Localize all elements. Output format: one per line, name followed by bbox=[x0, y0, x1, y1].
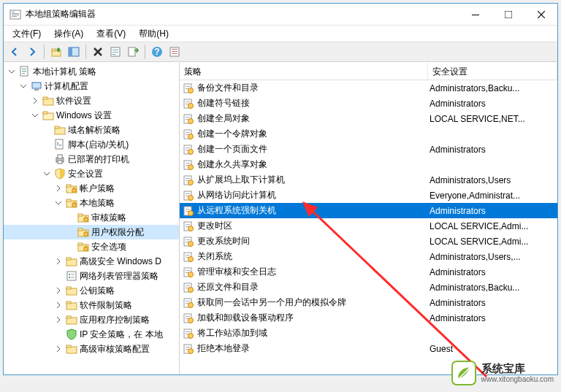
policy-row[interactable]: 创建符号链接Administrators bbox=[180, 96, 557, 111]
minimize-button[interactable] bbox=[459, 4, 492, 25]
tree-app-control[interactable]: 应用程序控制策略 bbox=[4, 312, 179, 327]
node-icon bbox=[77, 226, 89, 238]
node-label: 网络列表管理器策略 bbox=[80, 270, 159, 283]
policy-setting: Administrators,Users,... bbox=[430, 252, 557, 262]
svg-rect-105 bbox=[186, 224, 190, 225]
policy-row[interactable]: 从扩展坞上取下计算机Administrators,Users bbox=[180, 172, 557, 188]
expand-toggle[interactable] bbox=[53, 300, 64, 310]
tree-scripts[interactable]: 脚本(启动/关机) bbox=[4, 137, 179, 152]
tree-local-policies[interactable]: 本地策略 bbox=[4, 196, 179, 210]
expand-toggle[interactable] bbox=[30, 110, 40, 120]
policy-row[interactable]: 将工作站添加到域 bbox=[180, 326, 557, 341]
policy-row[interactable]: 从远程系统强制关机Administrators bbox=[180, 203, 557, 218]
list-body[interactable]: 备份文件和目录Administrators,Backu...创建符号链接Admi… bbox=[180, 80, 557, 374]
policy-row[interactable]: 从网络访问此计算机Everyone,Administrat... bbox=[180, 188, 557, 203]
watermark-url: www.xitongbaoku.com bbox=[481, 375, 554, 384]
expand-toggle[interactable] bbox=[42, 169, 52, 179]
show-hide-tree-button[interactable] bbox=[66, 44, 82, 60]
back-button[interactable] bbox=[7, 44, 23, 60]
expand-toggle bbox=[53, 271, 64, 281]
column-security-setting[interactable]: 安全设置 bbox=[428, 63, 557, 80]
tree-windows-settings[interactable]: Windows 设置 bbox=[4, 108, 179, 123]
tree-advanced-audit[interactable]: 高级审核策略配置 bbox=[4, 342, 179, 356]
tree-security-settings[interactable]: 安全设置 bbox=[4, 166, 179, 181]
expand-toggle[interactable] bbox=[53, 256, 64, 266]
menubar: 文件(F) 操作(A) 查看(V) 帮助(H) bbox=[4, 26, 557, 42]
delete-button[interactable] bbox=[90, 44, 106, 60]
up-button[interactable] bbox=[48, 44, 64, 60]
policy-row[interactable]: 获取同一会话中另一个用户的模拟令牌Administrators bbox=[180, 295, 557, 310]
node-icon bbox=[66, 255, 77, 267]
policy-row[interactable]: 更改系统时间LOCAL SERVICE,Admi... bbox=[180, 234, 557, 249]
policy-row[interactable]: 管理审核和安全日志Administrators bbox=[180, 264, 557, 280]
content-area: 本地计算机 策略计算机配置软件设置Windows 设置域名解析策略脚本(启动/关… bbox=[4, 62, 557, 374]
menu-view[interactable]: 查看(V) bbox=[91, 26, 131, 42]
expand-toggle[interactable] bbox=[53, 198, 64, 208]
column-policy[interactable]: 策略 bbox=[180, 63, 428, 80]
policy-row[interactable]: 加载和卸载设备驱动程序Administrators bbox=[180, 310, 557, 326]
menu-file[interactable]: 文件(F) bbox=[7, 26, 47, 42]
expand-toggle bbox=[65, 227, 75, 237]
export-button[interactable] bbox=[125, 44, 141, 60]
tree-advanced-windows[interactable]: 高级安全 Windows D bbox=[4, 254, 179, 269]
node-icon bbox=[54, 139, 66, 150]
node-icon bbox=[54, 168, 66, 180]
policy-row[interactable]: 还原文件和目录Administrators,Backu... bbox=[180, 280, 557, 295]
policy-row[interactable]: 更改时区LOCAL SERVICE,Admi... bbox=[180, 218, 557, 234]
expand-toggle[interactable] bbox=[30, 96, 40, 106]
expand-toggle[interactable] bbox=[7, 66, 17, 77]
forward-button[interactable] bbox=[24, 44, 40, 60]
tree-software-restriction[interactable]: 软件限制策略 bbox=[4, 298, 179, 312]
policy-name: 备份文件和目录 bbox=[197, 82, 430, 94]
tree-account-policies[interactable]: 帐户策略 bbox=[4, 181, 179, 196]
node-icon bbox=[66, 328, 77, 340]
properties-button[interactable] bbox=[107, 44, 123, 60]
policy-row[interactable]: 创建一个页面文件Administrators bbox=[180, 142, 557, 157]
expand-toggle[interactable] bbox=[53, 183, 64, 193]
svg-rect-109 bbox=[186, 239, 190, 240]
tree-network-list[interactable]: 网络列表管理器策略 bbox=[4, 269, 179, 283]
policy-row[interactable]: 拒绝本地登录Guest bbox=[180, 341, 557, 356]
expand-toggle[interactable] bbox=[53, 344, 64, 354]
node-label: 已部署的打印机 bbox=[68, 153, 129, 166]
policy-icon bbox=[183, 328, 194, 339]
node-icon bbox=[66, 270, 77, 282]
tree-software-settings[interactable]: 软件设置 bbox=[4, 93, 179, 108]
tree-pane[interactable]: 本地计算机 策略计算机配置软件设置Windows 设置域名解析策略脚本(启动/关… bbox=[4, 63, 180, 374]
svg-rect-59 bbox=[71, 277, 75, 278]
tree-root[interactable]: 本地计算机 策略 bbox=[4, 64, 179, 79]
svg-rect-113 bbox=[186, 255, 190, 255]
menu-help[interactable]: 帮助(H) bbox=[133, 26, 175, 42]
policy-row[interactable]: 创建一个令牌对象 bbox=[180, 126, 557, 142]
tree-public-key[interactable]: 公钥策略 bbox=[4, 283, 179, 298]
refresh-button[interactable] bbox=[167, 44, 183, 60]
expand-toggle[interactable] bbox=[53, 285, 64, 296]
svg-rect-23 bbox=[22, 69, 26, 69]
maximize-button[interactable] bbox=[492, 4, 524, 25]
watermark: 系统宝库 www.xitongbaoku.com bbox=[451, 360, 554, 386]
svg-rect-57 bbox=[71, 274, 75, 275]
menu-action[interactable]: 操作(A) bbox=[48, 26, 89, 42]
tree-security-options[interactable]: 安全选项 bbox=[4, 239, 179, 254]
expand-toggle[interactable] bbox=[18, 81, 28, 91]
tree-name-resolution[interactable]: 域名解析策略 bbox=[4, 123, 179, 137]
policy-row[interactable]: 关闭系统Administrators,Users,... bbox=[180, 249, 557, 264]
tree-ip-security[interactable]: IP 安全策略，在 本地 bbox=[4, 327, 179, 342]
tree-deployed-printers[interactable]: 已部署的打印机 bbox=[4, 152, 179, 166]
policy-row[interactable]: 创建全局对象LOCAL SERVICE,NET... bbox=[180, 111, 557, 126]
policy-row[interactable]: 备份文件和目录Administrators,Backu... bbox=[180, 80, 557, 96]
tree-audit-policy[interactable]: 审核策略 bbox=[4, 210, 179, 225]
close-button[interactable] bbox=[524, 4, 557, 25]
expand-toggle[interactable] bbox=[53, 315, 64, 325]
node-label: 软件限制策略 bbox=[80, 299, 132, 312]
tree-user-rights[interactable]: 用户权限分配 bbox=[4, 225, 179, 239]
tree-computer-config[interactable]: 计算机配置 bbox=[4, 79, 179, 93]
policy-row[interactable]: 创建永久共享对象 bbox=[180, 157, 557, 172]
policy-icon bbox=[183, 159, 194, 171]
svg-point-123 bbox=[188, 287, 194, 292]
svg-rect-12 bbox=[112, 50, 118, 50]
policy-setting: Administrators bbox=[430, 298, 557, 308]
help-button[interactable]: ? bbox=[149, 44, 165, 60]
expand-toggle bbox=[65, 212, 75, 223]
svg-point-79 bbox=[188, 118, 194, 123]
